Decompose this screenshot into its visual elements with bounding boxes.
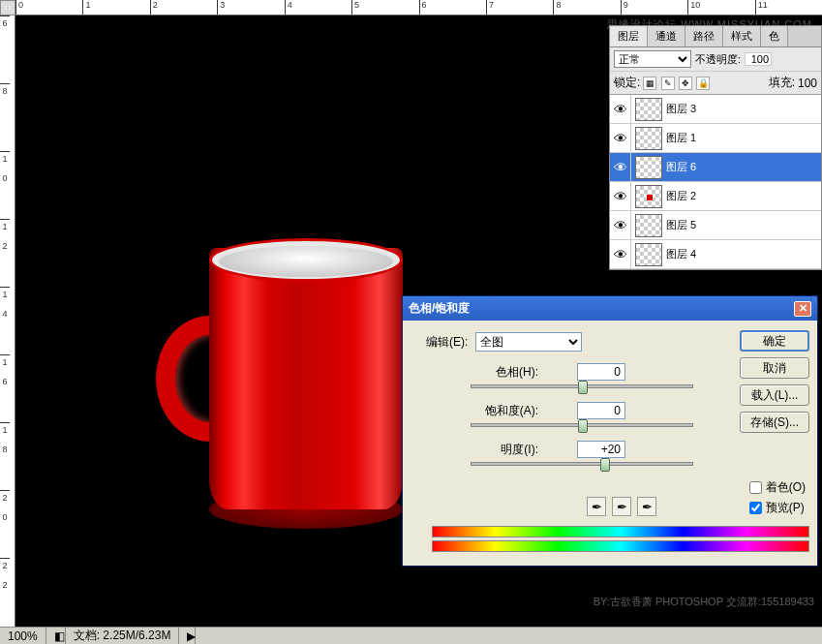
saturation-slider[interactable]: [471, 423, 693, 427]
preview-checkbox[interactable]: 预览(P): [749, 500, 806, 516]
lock-move-icon[interactable]: ✥: [679, 77, 692, 90]
layer-thumbnail[interactable]: [635, 127, 662, 150]
hue-gradient-bars: [432, 526, 804, 552]
watermark-bottom: BY:古欲香萧 PHOTOSHOP 交流群:155189433: [594, 595, 814, 609]
tab-paths[interactable]: 路径: [685, 26, 723, 46]
gradient-bar-top: [432, 526, 809, 537]
layer-thumbnail[interactable]: [635, 98, 662, 121]
chevron-right-icon[interactable]: ▶: [179, 628, 196, 644]
dialog-title-text: 色相/饱和度: [409, 300, 470, 317]
status-icon: ◧: [46, 628, 66, 644]
tab-layers[interactable]: 图层: [610, 26, 648, 46]
saturation-input[interactable]: [577, 402, 625, 419]
hue-saturation-dialog: 色相/饱和度 ✕ 确定 取消 载入(L)... 存储(S)... 编辑(E): …: [402, 295, 818, 567]
fill-value[interactable]: 100: [798, 77, 817, 90]
fill-label: 填充:: [769, 75, 795, 91]
hue-label: 色相(H):: [451, 364, 538, 381]
layer-row[interactable]: 👁 图层 3: [610, 95, 821, 124]
lightness-label: 明度(I):: [451, 442, 538, 458]
layer-row[interactable]: 👁 图层 6: [610, 153, 821, 182]
edit-label: 编辑(E):: [426, 334, 468, 351]
status-bar: 100% ◧ 文档: 2.25M/6.23M ▶: [0, 627, 822, 644]
layer-row[interactable]: 👁 图层 5: [610, 211, 821, 240]
visibility-eye-icon[interactable]: 👁: [610, 211, 631, 239]
tab-styles[interactable]: 样式: [723, 26, 761, 46]
save-button[interactable]: 存储(S)...: [740, 412, 809, 433]
layer-row[interactable]: 👁 图层 1: [610, 124, 821, 153]
tab-channels[interactable]: 通道: [648, 26, 685, 46]
visibility-eye-icon[interactable]: 👁: [610, 124, 631, 152]
ok-button[interactable]: 确定: [740, 330, 809, 352]
layer-row[interactable]: 👁 图层 2: [610, 182, 821, 211]
lock-paint-icon[interactable]: ✎: [661, 77, 675, 90]
slider-thumb-icon[interactable]: [578, 381, 588, 394]
lightness-slider[interactable]: [471, 462, 693, 466]
layer-thumbnail[interactable]: [635, 156, 662, 179]
layer-list: 👁 图层 3 👁 图层 1 👁 图层 6 👁 图层 2 👁 图层 5 👁: [610, 95, 821, 269]
ruler-origin-box[interactable]: [0, 0, 15, 15]
lightness-input[interactable]: [577, 441, 625, 458]
colorize-checkbox[interactable]: 着色(O): [749, 479, 806, 496]
visibility-eye-icon[interactable]: 👁: [610, 240, 631, 268]
vertical-ruler: 68 1 01 2 1 41 6 1 82 0 2 2: [0, 15, 15, 629]
edit-select[interactable]: 全图: [475, 332, 582, 352]
lock-all-icon[interactable]: 🔒: [696, 77, 710, 90]
hue-input[interactable]: [577, 363, 625, 381]
panel-tabs: 图层 通道 路径 样式 色: [610, 26, 821, 47]
lock-label: 锁定:: [614, 75, 640, 91]
tab-color[interactable]: 色: [761, 26, 788, 46]
layer-row[interactable]: 👁 图层 4: [610, 240, 821, 269]
zoom-level[interactable]: 100%: [0, 628, 46, 644]
blend-mode-select[interactable]: 正常: [614, 50, 691, 68]
layers-panel: 图层 通道 路径 样式 色 正常 不透明度: 100 锁定: ▦ ✎ ✥ 🔒 填…: [609, 25, 822, 270]
close-icon[interactable]: ✕: [794, 301, 811, 317]
visibility-eye-icon[interactable]: 👁: [610, 182, 631, 210]
eyedropper-subtract-icon[interactable]: ✒: [637, 497, 656, 516]
lock-transparency-icon[interactable]: ▦: [643, 77, 656, 90]
opacity-label: 不透明度:: [695, 52, 741, 67]
mug-artwork: [161, 229, 403, 529]
load-button[interactable]: 载入(L)...: [740, 384, 809, 406]
gradient-bar-bottom: [432, 540, 809, 552]
document-size: 文档: 2.25M/6.23M: [66, 628, 180, 644]
dialog-titlebar[interactable]: 色相/饱和度 ✕: [403, 296, 817, 321]
cancel-button[interactable]: 取消: [740, 357, 809, 379]
saturation-label: 饱和度(A):: [451, 403, 538, 419]
visibility-eye-icon[interactable]: 👁: [610, 95, 631, 123]
visibility-eye-icon[interactable]: 👁: [610, 153, 631, 181]
layer-thumbnail[interactable]: [635, 214, 662, 237]
lock-icons: ▦ ✎ ✥ 🔒: [643, 76, 711, 90]
layer-thumbnail[interactable]: [635, 243, 662, 266]
layer-thumbnail[interactable]: [635, 185, 662, 208]
opacity-value[interactable]: 100: [745, 52, 772, 66]
eyedropper-icon[interactable]: ✒: [587, 497, 606, 516]
eyedropper-add-icon[interactable]: ✒: [612, 497, 631, 516]
horizontal-ruler: 01 23 45 67 89 1011: [15, 0, 822, 15]
hue-slider[interactable]: [471, 384, 693, 388]
slider-thumb-icon[interactable]: [600, 458, 610, 472]
slider-thumb-icon[interactable]: [578, 419, 588, 433]
